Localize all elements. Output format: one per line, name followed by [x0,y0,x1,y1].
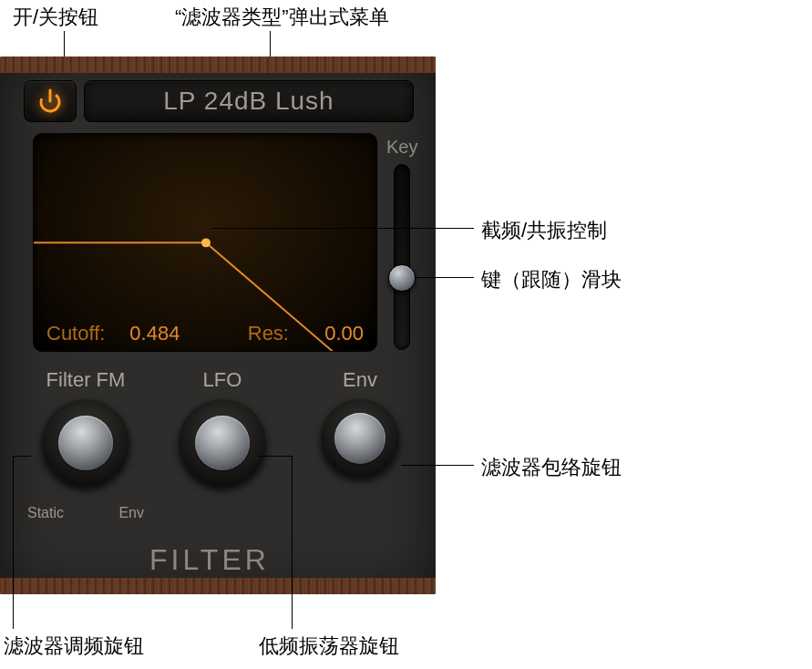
filter-fm-label: Filter FM [26,368,146,392]
fm-tick-left: Static [27,505,64,521]
callout-line [401,465,474,466]
lfo-knob[interactable] [179,399,266,487]
filter-fm-knob[interactable] [42,399,129,487]
key-label: Key [386,137,417,158]
wood-trim-top [0,57,436,73]
key-slider-track[interactable] [394,164,410,350]
filter-type-value: LP 24dB Lush [163,87,334,116]
power-button[interactable] [24,80,77,122]
callout-line [292,456,293,629]
lfo-block: LFO [168,368,277,487]
env-block: Env [310,368,410,478]
env-knob[interactable] [321,399,399,478]
cutoff-label: Cutoff: [46,322,105,345]
filter-readout: Cutoff: 0.484 Res: 0.00 [34,322,376,345]
res-label: Res: [248,322,289,345]
filter-panel: LP 24dB Lush Cutoff: 0.484 Res: 0.00 Key… [0,57,436,594]
res-value: 0.00 [296,322,364,345]
callout-line [13,456,31,457]
callout-line [13,456,14,629]
power-icon [36,87,64,115]
callout-env-label: 滤波器包络旋钮 [481,454,622,481]
callout-filter-type-label: “滤波器类型”弹出式菜单 [175,4,389,31]
callout-line [211,228,474,229]
svg-point-2 [201,238,211,247]
fm-tick-right: Env [118,505,144,521]
callout-power-label: 开/关按钮 [13,4,98,31]
section-title: FILTER [149,543,270,577]
callout-cutoff-label: 截频/共振控制 [481,217,607,244]
cutoff-curve [34,134,376,352]
cutoff-value: 0.484 [112,322,180,345]
lfo-label: LFO [168,368,277,392]
callout-key-label: 键（跟随）滑块 [481,266,622,293]
callout-fm-label: 滤波器调频旋钮 [4,633,144,660]
callout-line [416,277,474,278]
callout-lfo-label: 低频振荡器旋钮 [259,633,399,660]
wood-trim-bottom [0,578,436,594]
filter-fm-block: Filter FM Static Env [26,368,146,487]
callout-line [259,456,292,457]
filter-type-popup[interactable]: LP 24dB Lush [84,80,414,122]
filter-display[interactable]: Cutoff: 0.484 Res: 0.00 [33,133,377,352]
env-label: Env [310,368,410,392]
key-slider-thumb[interactable] [388,264,416,292]
